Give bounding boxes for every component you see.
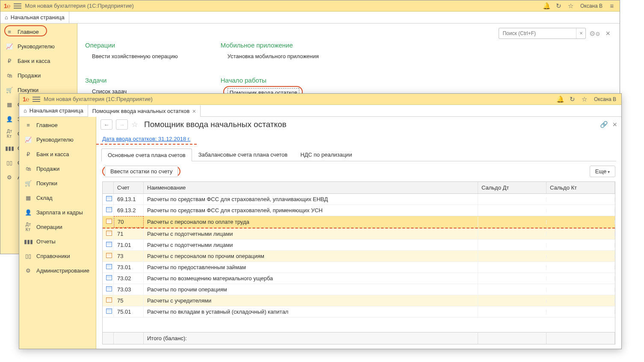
sidebar-item-zarplata[interactable]: 👤Зарплата и кадры <box>19 205 96 220</box>
cell-dt <box>478 288 547 292</box>
sidebar-item-bank[interactable]: ₽ Банк и касса <box>0 53 77 68</box>
sidebar-item-otchety[interactable]: ▮▮▮Отчеты <box>19 234 96 249</box>
sidebar-item-glavnoe[interactable]: ≡ Главное <box>0 24 77 39</box>
gear-icon: ⚙ <box>24 267 32 274</box>
bars-icon: ▮▮▮ <box>6 144 13 152</box>
col-saldo-kt[interactable]: Сальдо Кт <box>547 182 615 193</box>
tab-assistant[interactable]: Помощник ввода начальных остатков × <box>88 105 201 117</box>
ruble-icon: ₽ <box>24 150 32 158</box>
table-row[interactable]: 73Расчеты с персоналом по прочим операци… <box>103 251 615 262</box>
person-icon: 👤 <box>6 115 13 123</box>
chart-icon: 📈 <box>6 42 13 50</box>
home-icon: ⌂ <box>24 107 27 114</box>
tab-home[interactable]: ⌂ Начальная страница <box>19 105 88 116</box>
user-label[interactable]: Оксана В <box>592 96 618 102</box>
bell-icon[interactable]: 🔔 <box>556 95 565 104</box>
nav-back-button[interactable]: ← <box>100 119 112 130</box>
inner-tab-main[interactable]: Основные счета плана счетов <box>101 148 192 161</box>
account-icon <box>106 297 112 303</box>
tab-home-label: Начальная страница <box>30 107 83 114</box>
account-icon <box>106 242 112 247</box>
sidebar-item-admin[interactable]: ⚙Администрирование <box>19 263 96 278</box>
cell-dt <box>478 232 547 236</box>
account-icon <box>106 264 112 269</box>
tab-home[interactable]: ⌂ Начальная страница <box>0 12 69 23</box>
menu-icon[interactable] <box>14 3 21 9</box>
enter-balance-button[interactable]: Ввести остатки по счету <box>105 166 178 177</box>
toolbar: Ввести остатки по счету Еще <box>96 161 621 181</box>
bars-icon: ▮▮▮ <box>24 237 32 245</box>
cell-dt <box>478 265 547 270</box>
titlebar: 1℮ Моя новая бухгалтерия (1С:Предприятие… <box>19 94 621 105</box>
cell-code: 71.01 <box>114 240 144 250</box>
cell-code: 75.01 <box>114 306 144 317</box>
cell-dt <box>478 276 547 281</box>
cell-name: Расчеты по средствам ФСС для страховател… <box>144 205 478 216</box>
link-icon[interactable]: 🔗 <box>600 121 608 128</box>
more-button[interactable]: Еще <box>590 166 615 177</box>
account-icon <box>106 309 112 314</box>
sidebar-item-bank[interactable]: ₽Банк и касса <box>19 147 96 161</box>
tab-home-label: Начальная страница <box>11 14 65 21</box>
col-schet[interactable]: Счет <box>114 182 144 193</box>
star-icon[interactable]: ☆ <box>580 95 589 104</box>
table-row[interactable]: 73.01Расчеты по предоставленным займам <box>103 262 615 273</box>
cell-kt <box>547 310 615 314</box>
table-row[interactable]: 71Расчеты с подотчетными лицами <box>103 228 615 240</box>
link-vvesti-operaciyu[interactable]: Ввести хозяйственную операцию <box>85 53 178 59</box>
history-icon[interactable]: ↻ <box>555 2 563 10</box>
sidebar-item-sklad[interactable]: ▦Склад <box>19 190 96 205</box>
cell-kt <box>547 243 615 247</box>
tab-close-icon[interactable]: × <box>192 107 196 115</box>
sidebar-item-prodazhi[interactable]: 🛍 Продажи <box>0 68 77 83</box>
sidebar-item-rukovoditelyu[interactable]: 📈Руководителю <box>19 132 96 147</box>
user-menu-icon[interactable]: ≡ <box>608 2 616 10</box>
user-label[interactable]: Оксана В <box>579 3 604 9</box>
bell-icon[interactable]: 🔔 <box>543 2 551 10</box>
tabs-bar: ⌂ Начальная страница Помощник ввода нача… <box>19 105 621 117</box>
cell-code: 70 <box>114 216 144 228</box>
sidebar-item-rukovoditelyu[interactable]: 📈 Руководителю <box>0 39 77 53</box>
inner-tab-offbalance[interactable]: Забалансовые счета плана счетов <box>192 148 294 161</box>
close-icon[interactable]: × <box>604 29 612 38</box>
cell-code: 71 <box>114 228 144 239</box>
table-footer: Итого (баланс): <box>103 332 615 344</box>
tab-assistant-label: Помощник ввода начальных остатков <box>92 108 190 114</box>
menu-icon[interactable] <box>32 97 40 102</box>
table-row[interactable]: 70Расчеты с персоналом по оплате труда <box>103 216 615 228</box>
sidebar-item-spravochniki[interactable]: ▯▯Справочники <box>19 249 96 263</box>
cell-name: Расчеты по возмещению материального ущер… <box>144 273 478 284</box>
sidebar-item-operacii[interactable]: ДтКтОперации <box>19 220 96 234</box>
table-row[interactable]: 75.01Расчеты по вкладам в уставный (скла… <box>103 306 615 317</box>
sidebar-item-pokupki[interactable]: 🛒Покупки <box>19 176 96 190</box>
nav-forward-button[interactable]: → <box>116 119 128 130</box>
bag-icon: 🛍 <box>6 71 13 79</box>
table-row[interactable]: 71.01Расчеты с подотчетными лицами <box>103 240 615 251</box>
ruble-icon: ₽ <box>6 57 13 65</box>
sidebar-item-prodazhi[interactable]: 🛍Продажи <box>19 161 96 176</box>
inner-tabs: Основные счета плана счетов Забалансовые… <box>101 148 616 161</box>
search-input-wrap: × <box>499 28 586 39</box>
table-row[interactable]: 73.02Расчеты по возмещению материального… <box>103 273 615 284</box>
inner-tab-nds[interactable]: НДС по реализации <box>294 148 358 161</box>
col-saldo-dt[interactable]: Сальдо Дт <box>478 182 547 193</box>
cell-kt <box>547 232 615 236</box>
settings-icon[interactable]: ⚙⚙ <box>589 30 600 38</box>
col-name[interactable]: Наименование <box>144 182 478 193</box>
table-row[interactable]: 75Расчеты с учредителями <box>103 295 615 306</box>
history-icon[interactable]: ↻ <box>568 95 577 104</box>
date-link[interactable]: Дата ввода остатков: 31.12.2018 г. <box>96 132 197 145</box>
search-input[interactable] <box>499 30 576 36</box>
logo-1c: 1℮ <box>23 96 29 103</box>
favorite-icon[interactable]: ☆ <box>131 120 138 129</box>
link-mobile-install[interactable]: Установка мобильного приложения <box>221 53 319 59</box>
table-row[interactable]: 73.03Расчеты по прочим операциям <box>103 284 615 295</box>
table-row[interactable]: 69.13.1Расчеты по средствам ФСС для стра… <box>103 194 615 205</box>
cell-kt <box>547 276 615 281</box>
sidebar-item-glavnoe[interactable]: ≡Главное <box>19 118 96 132</box>
star-icon[interactable]: ☆ <box>567 2 575 10</box>
close-icon[interactable]: × <box>612 120 617 129</box>
table-row[interactable]: 69.13.2Расчеты по средствам ФСС для стра… <box>103 205 615 216</box>
search-clear-icon[interactable]: × <box>576 28 585 39</box>
logo-1c: 1℮ <box>4 3 10 9</box>
